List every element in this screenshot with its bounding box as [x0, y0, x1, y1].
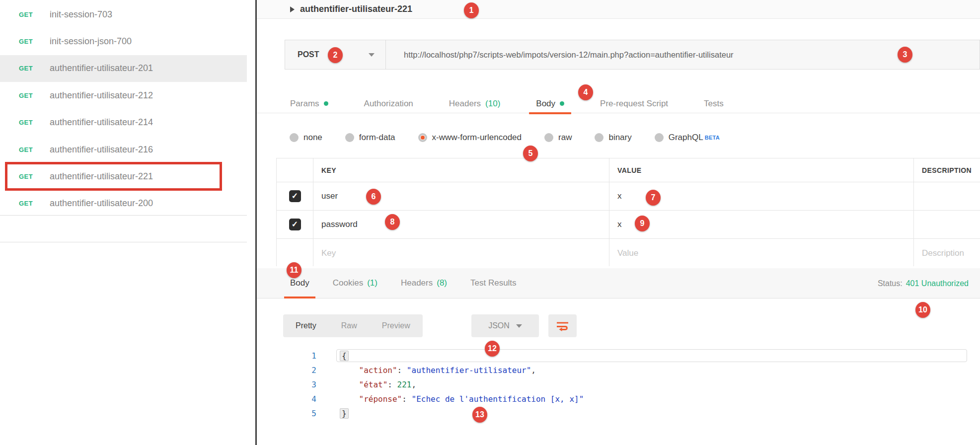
- green-dot-icon: [560, 101, 564, 106]
- method-badge: GET: [19, 11, 50, 18]
- headers-count-badge: (10): [485, 99, 500, 109]
- status-value: 401 Unauthorized: [906, 279, 969, 288]
- sidebar-divider: [0, 215, 247, 216]
- method-label: POST: [285, 50, 319, 59]
- response-headers-count-badge: (8): [437, 278, 447, 288]
- code-line: 1 {: [257, 349, 980, 363]
- tab-tests[interactable]: Tests: [704, 94, 724, 113]
- view-mode-segmented-control: Pretty Raw Preview: [283, 314, 423, 337]
- request-list: GET init-session-703 GET init-session-js…: [0, 1, 247, 217]
- raw-button[interactable]: Raw: [329, 314, 370, 337]
- key-column-header: KEY: [313, 158, 609, 182]
- chevron-down-icon: [516, 324, 522, 328]
- method-badge: GET: [19, 173, 50, 180]
- request-panel: authentifier-utilisateur-221 POST http:/…: [257, 0, 980, 445]
- radio-icon: [345, 133, 354, 142]
- annotation-7: 7: [646, 190, 661, 206]
- method-badge: GET: [19, 119, 50, 126]
- urlencoded-params-table: KEY VALUE DESCRIPTION user x password x …: [276, 158, 980, 266]
- mode-raw[interactable]: raw: [544, 133, 572, 143]
- description-cell[interactable]: [914, 182, 980, 210]
- code-line: 2 "action": "authentifier-utilisateur",: [257, 363, 980, 377]
- radio-icon: [544, 133, 553, 142]
- format-select[interactable]: JSON: [471, 314, 539, 337]
- beta-badge: BETA: [705, 135, 720, 141]
- value-column-header: VALUE: [609, 158, 914, 182]
- value-cell[interactable]: x: [609, 211, 914, 238]
- key-placeholder[interactable]: Key: [313, 239, 609, 266]
- sidebar-item-authentifier-utilisateur-214[interactable]: GET authentifier-utilisateur-214: [0, 109, 247, 136]
- description-cell[interactable]: [914, 211, 980, 238]
- table-header-row: KEY VALUE DESCRIPTION: [277, 158, 980, 182]
- tab-params[interactable]: Params: [290, 94, 328, 113]
- wrap-text-icon: [556, 321, 569, 331]
- response-tab-headers[interactable]: Headers (8): [401, 268, 447, 298]
- code-line: 3 "état": 221,: [257, 377, 980, 392]
- annotation-12: 12: [485, 341, 500, 357]
- request-title-bar[interactable]: authentifier-utilisateur-221: [257, 0, 980, 19]
- response-status: Status: 401 Unauthorized: [878, 268, 969, 298]
- table-placeholder-row: Key Value Description: [277, 239, 980, 266]
- collection-sidebar: GET init-session-703 GET init-session-js…: [0, 0, 255, 445]
- mode-none[interactable]: none: [290, 133, 322, 143]
- response-tabs-bar: Body Cookies (1) Headers (8) Test Result…: [257, 268, 980, 298]
- row-checkbox[interactable]: [289, 219, 301, 230]
- status-label: Status:: [878, 279, 903, 288]
- sidebar-item-init-session-703[interactable]: GET init-session-703: [0, 1, 247, 28]
- annotation-2: 2: [328, 47, 343, 63]
- tab-pre-request-script[interactable]: Pre-request Script: [600, 94, 668, 113]
- preview-button[interactable]: Preview: [370, 314, 423, 337]
- sidebar-item-authentifier-utilisateur-212[interactable]: GET authentifier-utilisateur-212: [0, 82, 247, 109]
- response-tab-cookies[interactable]: Cookies (1): [333, 268, 377, 298]
- method-badge: GET: [19, 92, 50, 99]
- description-column-header: DESCRIPTION: [914, 158, 980, 182]
- annotation-8: 8: [385, 214, 400, 230]
- annotation-3: 3: [898, 47, 912, 63]
- annotation-13: 13: [472, 407, 487, 423]
- response-body-editor: 1 { 2 "action": "authentifier-utilisateu…: [257, 349, 980, 445]
- radio-icon: [655, 133, 664, 142]
- annotation-1: 1: [464, 2, 479, 18]
- method-badge: GET: [19, 38, 50, 45]
- key-cell[interactable]: password: [313, 211, 609, 238]
- mode-binary[interactable]: binary: [595, 133, 631, 143]
- green-dot-icon: [324, 101, 328, 106]
- annotation-11: 11: [287, 262, 302, 278]
- response-tab-test-results[interactable]: Test Results: [470, 268, 517, 298]
- method-badge: GET: [19, 146, 50, 153]
- response-toolbar: Pretty Raw Preview JSON: [257, 314, 980, 337]
- description-placeholder[interactable]: Description: [914, 239, 980, 266]
- annotation-4: 4: [578, 84, 593, 100]
- sidebar-item-authentifier-utilisateur-221[interactable]: GET authentifier-utilisateur-221: [0, 163, 247, 190]
- sidebar-item-authentifier-utilisateur-201[interactable]: GET authentifier-utilisateur-201: [0, 55, 247, 82]
- mode-graphql[interactable]: GraphQL BETA: [655, 133, 720, 143]
- url-input[interactable]: http://localhost/php7/scripts-web/impots…: [385, 40, 980, 70]
- annotation-9: 9: [635, 216, 650, 231]
- collapse-arrow-icon: [290, 6, 295, 12]
- tab-headers[interactable]: Headers (10): [449, 94, 501, 113]
- sidebar-item-init-session-json-700[interactable]: GET init-session-json-700: [0, 28, 247, 55]
- mode-x-www-form-urlencoded[interactable]: x-www-form-urlencoded: [418, 133, 522, 143]
- key-cell[interactable]: user: [313, 182, 609, 210]
- code-line: 4 "réponse": "Echec de l'authentificatio…: [257, 392, 980, 406]
- request-title: authentifier-utilisateur-221: [300, 4, 412, 14]
- tab-authorization[interactable]: Authorization: [364, 94, 413, 113]
- row-checkbox[interactable]: [289, 190, 301, 202]
- method-badge: GET: [19, 65, 50, 72]
- annotation-6: 6: [366, 189, 381, 205]
- tab-body[interactable]: Body: [536, 94, 564, 113]
- radio-icon: [290, 133, 299, 142]
- table-row: password x: [277, 211, 980, 239]
- chevron-down-icon: [369, 53, 375, 57]
- sidebar-item-authentifier-utilisateur-216[interactable]: GET authentifier-utilisateur-216: [0, 136, 247, 163]
- value-placeholder[interactable]: Value: [609, 239, 914, 266]
- sidebar-item-authentifier-utilisateur-200[interactable]: GET authentifier-utilisateur-200: [0, 190, 247, 217]
- mode-form-data[interactable]: form-data: [345, 133, 395, 143]
- request-tabs: Params Authorization Headers (10) Body P…: [257, 94, 980, 113]
- cookies-count-badge: (1): [367, 278, 377, 288]
- wrap-text-button[interactable]: [548, 314, 577, 337]
- annotation-10: 10: [915, 302, 930, 318]
- table-row: user x: [277, 182, 980, 211]
- pretty-button[interactable]: Pretty: [283, 314, 329, 337]
- radio-selected-icon: [418, 133, 427, 142]
